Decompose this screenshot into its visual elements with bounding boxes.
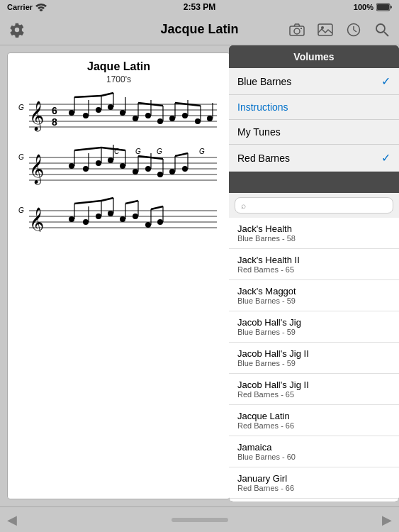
tune-list-item[interactable]: January GirlRed Barnes - 66 <box>229 467 399 499</box>
svg-point-107 <box>157 219 163 225</box>
history-button[interactable] <box>344 20 364 40</box>
volume-item-red-barnes[interactable]: Red Barnes ✓ <box>229 145 399 172</box>
svg-text:8: 8 <box>52 116 57 128</box>
volume-item-my-tunes[interactable]: My Tunes <box>229 120 399 145</box>
carrier-text: Carrier <box>7 3 33 11</box>
tune-name: Jack's Health <box>237 223 390 234</box>
svg-point-39 <box>169 116 175 121</box>
svg-point-74 <box>145 166 151 172</box>
svg-point-10 <box>376 24 385 33</box>
tune-meta: Red Barnes - 66 <box>237 421 390 430</box>
svg-point-21 <box>69 110 74 116</box>
svg-point-95 <box>96 214 101 219</box>
next-button[interactable]: ▶ <box>382 512 392 528</box>
volume-item-blue-barnes[interactable]: Blue Barnes ✓ <box>229 68 399 95</box>
svg-point-43 <box>195 118 201 124</box>
volume-checkmark: ✓ <box>381 74 390 88</box>
svg-point-64 <box>96 160 101 166</box>
svg-point-27 <box>108 104 113 110</box>
tune-name: Jack's Health II <box>237 255 390 265</box>
nav-right <box>287 20 392 40</box>
svg-line-99 <box>74 201 101 204</box>
status-time: 2:53 PM <box>184 2 215 12</box>
tune-name: Jamaica <box>237 442 390 453</box>
svg-text:6: 6 <box>52 105 57 116</box>
tune-list-item[interactable]: Jack's MaggotBlue Barnes - 59 <box>229 280 399 311</box>
svg-point-37 <box>157 118 163 124</box>
volumes-dropdown: Volumes Blue Barnes ✓ Instructions My Tu… <box>229 45 399 501</box>
search-icon-small: ⌕ <box>241 201 246 211</box>
wifi-icon <box>35 3 47 11</box>
svg-point-60 <box>69 163 74 169</box>
tune-list-item[interactable]: Jacob Hall's Jig IIBlue Barnes - 59 <box>229 343 399 374</box>
status-bar: Carrier 2:53 PM 100% <box>0 0 399 14</box>
status-left: Carrier <box>7 3 47 11</box>
tune-meta: Blue Barnes - 59 <box>237 328 390 336</box>
svg-line-70 <box>74 148 101 150</box>
status-right: 100% <box>354 3 392 11</box>
svg-point-68 <box>120 163 125 169</box>
tune-meta: Red Barnes - 66 <box>237 484 390 492</box>
gear-icon <box>9 22 25 38</box>
svg-text:G: G <box>18 153 24 161</box>
tune-meta: Blue Barnes - 59 <box>237 359 390 367</box>
tune-meta: Red Barnes - 65 <box>237 265 390 274</box>
volume-checkmark: ✓ <box>381 151 390 165</box>
svg-point-62 <box>83 166 89 172</box>
camera-icon <box>289 23 305 36</box>
sheet-subtitle: 1700's <box>15 74 223 84</box>
tune-meta: Blue Barnes - 58 <box>237 234 390 243</box>
svg-point-29 <box>120 110 125 116</box>
image-button[interactable] <box>315 20 335 40</box>
image-icon <box>317 23 333 36</box>
svg-point-3 <box>294 28 300 34</box>
tune-list-item[interactable]: Jacob Hall's JigBlue Barnes - 59 <box>229 311 399 343</box>
svg-point-97 <box>108 211 113 216</box>
volumes-header: Volumes <box>229 45 399 68</box>
search-button[interactable] <box>372 20 392 40</box>
svg-point-35 <box>145 113 151 118</box>
svg-point-45 <box>207 116 213 121</box>
tune-name: Jack's Maggot <box>237 286 390 297</box>
search-box: ⌕ <box>229 193 399 218</box>
tune-name: Jacob Hall's Jig II <box>237 379 390 390</box>
camera-button[interactable] <box>287 20 307 40</box>
tune-list-item[interactable]: Jacque LatinRed Barnes - 66 <box>229 405 399 436</box>
tune-meta: Blue Barnes - 59 <box>237 297 390 305</box>
svg-line-109 <box>125 201 138 204</box>
sheet-title: Jaque Latin <box>15 60 223 73</box>
svg-text:G: G <box>18 206 24 214</box>
svg-line-31 <box>74 96 101 97</box>
tune-list-item[interactable]: JamaicaBlue Barnes - 60 <box>229 436 399 467</box>
svg-line-9 <box>354 30 356 32</box>
settings-button[interactable] <box>7 20 27 40</box>
battery-text: 100% <box>354 3 373 11</box>
tune-list-item[interactable]: Jack's Health IIRed Barnes - 65 <box>229 249 399 280</box>
music-notation: G 𝄞 6 8 <box>15 90 220 232</box>
page-title: Jacque Latin <box>160 22 238 37</box>
svg-point-66 <box>108 157 113 163</box>
tune-list-item[interactable]: Jenny Pluck PearsBlue Barnes - 60 <box>229 499 399 501</box>
svg-point-72 <box>133 169 138 174</box>
volume-label: My Tunes <box>237 126 281 138</box>
svg-rect-1 <box>377 4 389 10</box>
svg-point-78 <box>169 169 175 174</box>
tune-name: January Girl <box>237 473 390 484</box>
sheet-music-panel: Jaque Latin 1700's G 𝄞 6 8 <box>7 52 230 499</box>
svg-point-103 <box>133 214 138 219</box>
svg-point-41 <box>182 113 188 118</box>
tune-list-item[interactable]: Jacob Hall's Jig IIRed Barnes - 65 <box>229 374 399 405</box>
tune-list-item[interactable]: Jack's HealthBlue Barnes - 58 <box>229 218 399 249</box>
bottom-bar: ◀ ▶ <box>0 506 399 532</box>
prev-button[interactable]: ◀ <box>7 512 17 528</box>
svg-text:G: G <box>199 148 205 155</box>
svg-rect-4 <box>300 28 302 29</box>
scroll-indicator <box>172 518 228 522</box>
tune-search-input[interactable] <box>249 200 387 211</box>
svg-point-80 <box>182 166 188 172</box>
svg-text:𝄞: 𝄞 <box>29 154 44 185</box>
svg-text:𝄞: 𝄞 <box>29 207 44 232</box>
svg-point-105 <box>145 222 151 228</box>
volume-item-instructions[interactable]: Instructions <box>229 95 399 120</box>
svg-line-32 <box>101 93 113 96</box>
